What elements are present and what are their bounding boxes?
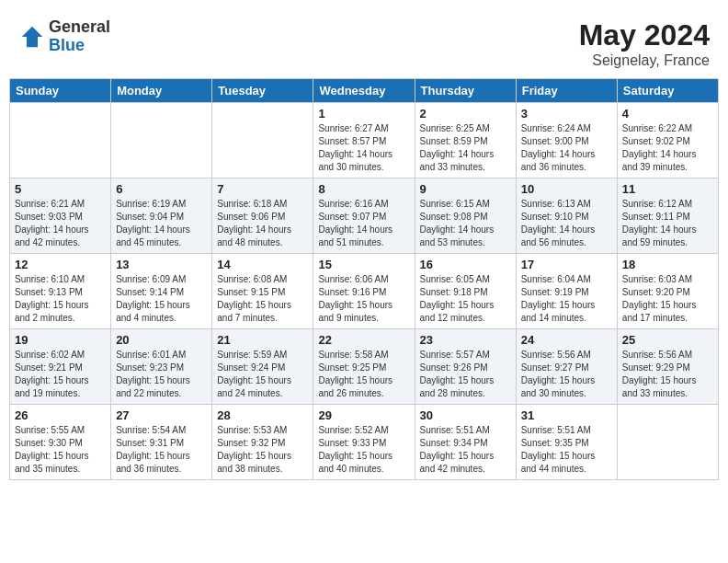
calendar-week-row: 12Sunrise: 6:10 AM Sunset: 9:13 PM Dayli… [10,254,719,329]
day-info: Sunrise: 6:15 AM Sunset: 9:08 PM Dayligh… [420,198,511,249]
calendar-cell: 19Sunrise: 6:02 AM Sunset: 9:21 PM Dayli… [10,329,111,405]
calendar-cell: 25Sunrise: 5:56 AM Sunset: 9:29 PM Dayli… [617,329,718,405]
day-number: 30 [420,408,511,422]
svg-marker-0 [22,27,43,48]
day-info: Sunrise: 5:58 AM Sunset: 9:25 PM Dayligh… [318,349,409,400]
title-block: May 2024 Seignelay, France [579,18,710,69]
calendar-cell: 12Sunrise: 6:10 AM Sunset: 9:13 PM Dayli… [10,254,111,329]
day-info: Sunrise: 6:12 AM Sunset: 9:11 PM Dayligh… [622,198,713,249]
day-info: Sunrise: 5:56 AM Sunset: 9:29 PM Dayligh… [622,349,713,400]
location-subtitle: Seignelay, France [579,52,710,69]
weekday-header-row: SundayMondayTuesdayWednesdayThursdayFrid… [10,79,719,103]
calendar-cell: 2Sunrise: 6:25 AM Sunset: 8:59 PM Daylig… [415,103,516,178]
calendar-cell: 21Sunrise: 5:59 AM Sunset: 9:24 PM Dayli… [212,329,313,405]
day-info: Sunrise: 6:21 AM Sunset: 9:03 PM Dayligh… [15,198,106,249]
calendar-cell: 26Sunrise: 5:55 AM Sunset: 9:30 PM Dayli… [10,405,111,480]
weekday-header-monday: Monday [111,79,212,103]
weekday-header-sunday: Sunday [10,79,111,103]
day-number: 1 [318,107,409,121]
calendar-cell [212,103,313,178]
calendar-header: SundayMondayTuesdayWednesdayThursdayFrid… [10,79,719,103]
day-info: Sunrise: 6:06 AM Sunset: 9:16 PM Dayligh… [318,273,409,325]
day-info: Sunrise: 6:16 AM Sunset: 9:07 PM Dayligh… [318,198,409,249]
calendar-cell: 16Sunrise: 6:05 AM Sunset: 9:18 PM Dayli… [415,254,516,329]
calendar-cell: 30Sunrise: 5:51 AM Sunset: 9:34 PM Dayli… [415,405,516,480]
day-number: 13 [116,258,207,271]
calendar-cell: 13Sunrise: 6:09 AM Sunset: 9:14 PM Dayli… [111,254,212,329]
calendar-cell: 4Sunrise: 6:22 AM Sunset: 9:02 PM Daylig… [617,103,718,178]
day-number: 28 [217,408,308,422]
day-info: Sunrise: 6:05 AM Sunset: 9:18 PM Dayligh… [420,273,511,325]
day-info: Sunrise: 6:24 AM Sunset: 9:00 PM Dayligh… [521,122,612,174]
day-number: 12 [15,258,106,271]
day-number: 24 [521,333,612,347]
day-number: 7 [217,182,308,196]
day-number: 2 [420,107,511,121]
calendar-table: SundayMondayTuesdayWednesdayThursdayFrid… [9,78,719,480]
day-info: Sunrise: 6:09 AM Sunset: 9:14 PM Dayligh… [116,273,207,325]
weekday-header-wednesday: Wednesday [313,79,415,103]
day-number: 14 [217,258,308,271]
calendar-cell: 23Sunrise: 5:57 AM Sunset: 9:26 PM Dayli… [415,329,516,405]
day-number: 4 [622,107,713,121]
calendar-cell: 20Sunrise: 6:01 AM Sunset: 9:23 PM Dayli… [111,329,212,405]
logo-general: General [49,18,110,37]
day-info: Sunrise: 5:57 AM Sunset: 9:26 PM Dayligh… [420,349,511,400]
day-info: Sunrise: 6:18 AM Sunset: 9:06 PM Dayligh… [217,198,308,249]
day-number: 3 [521,107,612,121]
calendar-cell: 15Sunrise: 6:06 AM Sunset: 9:16 PM Dayli… [313,254,415,329]
day-number: 15 [318,258,409,271]
day-number: 10 [521,182,612,196]
logo-icon [18,23,46,51]
day-info: Sunrise: 6:27 AM Sunset: 8:57 PM Dayligh… [318,122,409,174]
day-info: Sunrise: 5:51 AM Sunset: 9:34 PM Dayligh… [420,424,511,476]
day-info: Sunrise: 6:19 AM Sunset: 9:04 PM Dayligh… [116,198,207,249]
day-number: 27 [116,408,207,422]
calendar-cell: 11Sunrise: 6:12 AM Sunset: 9:11 PM Dayli… [617,178,718,254]
calendar-cell [111,103,212,178]
day-info: Sunrise: 6:10 AM Sunset: 9:13 PM Dayligh… [15,273,106,325]
day-info: Sunrise: 6:22 AM Sunset: 9:02 PM Dayligh… [622,122,713,174]
weekday-header-thursday: Thursday [415,79,516,103]
logo-text: General Blue [49,18,110,55]
calendar-cell: 29Sunrise: 5:52 AM Sunset: 9:33 PM Dayli… [313,405,415,480]
day-number: 16 [420,258,511,271]
day-number: 31 [521,408,612,422]
calendar-week-row: 1Sunrise: 6:27 AM Sunset: 8:57 PM Daylig… [10,103,719,178]
day-number: 5 [15,182,106,196]
weekday-header-friday: Friday [516,79,617,103]
day-number: 18 [622,258,713,271]
logo-blue: Blue [49,37,110,55]
day-info: Sunrise: 6:08 AM Sunset: 9:15 PM Dayligh… [217,273,308,325]
page-header: General Blue May 2024 Seignelay, France [9,9,719,74]
calendar-cell: 28Sunrise: 5:53 AM Sunset: 9:32 PM Dayli… [212,405,313,480]
day-info: Sunrise: 6:03 AM Sunset: 9:20 PM Dayligh… [622,273,713,325]
calendar-week-row: 26Sunrise: 5:55 AM Sunset: 9:30 PM Dayli… [10,405,719,480]
calendar-cell: 7Sunrise: 6:18 AM Sunset: 9:06 PM Daylig… [212,178,313,254]
calendar-cell: 14Sunrise: 6:08 AM Sunset: 9:15 PM Dayli… [212,254,313,329]
day-info: Sunrise: 5:53 AM Sunset: 9:32 PM Dayligh… [217,424,308,476]
calendar-cell: 17Sunrise: 6:04 AM Sunset: 9:19 PM Dayli… [516,254,617,329]
calendar-cell: 6Sunrise: 6:19 AM Sunset: 9:04 PM Daylig… [111,178,212,254]
calendar-cell: 3Sunrise: 6:24 AM Sunset: 9:00 PM Daylig… [516,103,617,178]
day-info: Sunrise: 5:55 AM Sunset: 9:30 PM Dayligh… [15,424,106,476]
calendar-cell: 1Sunrise: 6:27 AM Sunset: 8:57 PM Daylig… [313,103,415,178]
calendar-week-row: 5Sunrise: 6:21 AM Sunset: 9:03 PM Daylig… [10,178,719,254]
day-info: Sunrise: 5:59 AM Sunset: 9:24 PM Dayligh… [217,349,308,400]
day-number: 6 [116,182,207,196]
day-info: Sunrise: 5:51 AM Sunset: 9:35 PM Dayligh… [521,424,612,476]
weekday-header-saturday: Saturday [617,79,718,103]
day-number: 17 [521,258,612,271]
day-number: 25 [622,333,713,347]
calendar-cell: 8Sunrise: 6:16 AM Sunset: 9:07 PM Daylig… [313,178,415,254]
month-year-title: May 2024 [579,18,710,52]
day-number: 26 [15,408,106,422]
calendar-cell: 18Sunrise: 6:03 AM Sunset: 9:20 PM Dayli… [617,254,718,329]
day-number: 22 [318,333,409,347]
day-info: Sunrise: 5:56 AM Sunset: 9:27 PM Dayligh… [521,349,612,400]
day-number: 9 [420,182,511,196]
calendar-cell [10,103,111,178]
day-number: 19 [15,333,106,347]
day-number: 21 [217,333,308,347]
calendar-cell: 27Sunrise: 5:54 AM Sunset: 9:31 PM Dayli… [111,405,212,480]
